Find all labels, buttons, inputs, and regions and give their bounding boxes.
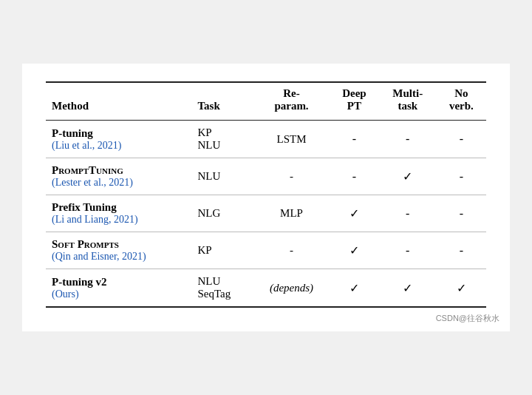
multitask-cell: -: [379, 121, 437, 158]
deep-pt-cell: ✓: [330, 232, 379, 269]
header-task: Task: [191, 82, 253, 121]
deep-pt-cell: ✓: [330, 269, 379, 308]
multitask-cell: ✓: [379, 158, 437, 195]
method-ref: (Liu et al., 2021): [52, 140, 185, 152]
method-ref: (Lester et al., 2021): [52, 177, 185, 189]
method-cell: Prefix Tuning(Li and Liang, 2021): [46, 195, 191, 232]
table-row: PromptTuning(Lester et al., 2021)NLU--✓-: [46, 158, 486, 195]
method-ref: (Ours): [52, 288, 185, 300]
multitask-cell: -: [379, 232, 437, 269]
header-noverb: Noverb.: [437, 82, 486, 121]
method-name: Soft Prompts: [52, 238, 185, 251]
task-cell: KPNLU: [191, 121, 253, 158]
task-cell: KP: [191, 232, 253, 269]
method-ref: (Qin and Eisner, 2021): [52, 251, 185, 263]
method-cell: P-tuning(Liu et al., 2021): [46, 121, 191, 158]
table-row: Soft Prompts(Qin and Eisner, 2021)KP-✓--: [46, 232, 486, 269]
deep-pt-cell: ✓: [330, 195, 379, 232]
watermark: CSDN@往谷秋水: [436, 313, 499, 324]
reparam-cell: -: [253, 158, 330, 195]
table-row: Prefix Tuning(Li and Liang, 2021)NLGMLP✓…: [46, 195, 486, 232]
method-cell: PromptTuning(Lester et al., 2021): [46, 158, 191, 195]
reparam-cell: LSTM: [253, 121, 330, 158]
noverb-cell: -: [437, 195, 486, 232]
deep-pt-cell: -: [330, 121, 379, 158]
multitask-cell: ✓: [379, 269, 437, 308]
noverb-cell: ✓: [437, 269, 486, 308]
method-name: P-tuning: [52, 127, 185, 140]
table-row: P-tuning(Liu et al., 2021)KPNLULSTM---: [46, 121, 486, 158]
noverb-cell: -: [437, 232, 486, 269]
method-cell: P-tuning v2(Ours): [46, 269, 191, 308]
task-cell: NLUSeqTag: [191, 269, 253, 308]
reparam-cell: (depends): [253, 269, 330, 308]
method-cell: Soft Prompts(Qin and Eisner, 2021): [46, 232, 191, 269]
header-multitask: Multi-task: [379, 82, 437, 121]
method-ref: (Li and Liang, 2021): [52, 214, 185, 226]
noverb-cell: -: [437, 121, 486, 158]
table-container: Method Task Re-param. DeepPT Multi-task …: [22, 64, 510, 331]
header-method: Method: [46, 82, 191, 121]
noverb-cell: -: [437, 158, 486, 195]
deep-pt-cell: -: [330, 158, 379, 195]
reparam-cell: MLP: [253, 195, 330, 232]
method-name: P-tuning v2: [52, 276, 185, 288]
page-container: Method Task Re-param. DeepPT Multi-task …: [22, 64, 510, 331]
header-reparam: Re-param.: [253, 82, 330, 121]
comparison-table: Method Task Re-param. DeepPT Multi-task …: [46, 81, 486, 308]
table-row: P-tuning v2(Ours)NLUSeqTag(depends)✓✓✓: [46, 269, 486, 308]
task-cell: NLU: [191, 158, 253, 195]
task-cell: NLG: [191, 195, 253, 232]
reparam-cell: -: [253, 232, 330, 269]
method-name: PromptTuning: [52, 164, 185, 177]
multitask-cell: -: [379, 195, 437, 232]
method-name: Prefix Tuning: [52, 201, 185, 214]
header-deep-pt: DeepPT: [330, 82, 379, 121]
